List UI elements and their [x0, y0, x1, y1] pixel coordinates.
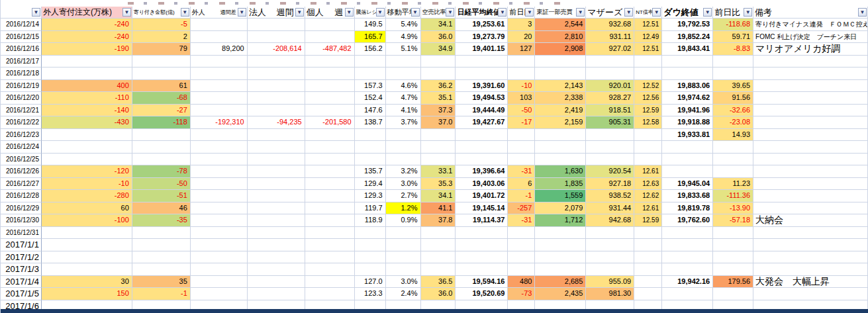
cell-zenjitsuhi-dow[interactable]: -32.66: [713, 105, 753, 117]
cell-tosho-ichibu-uri[interactable]: [535, 141, 586, 154]
cell-zenjitsuhi[interactable]: -73: [508, 288, 535, 300]
cell-tosho-ichibu-uri[interactable]: 1,835: [535, 178, 586, 191]
header-cell-toraku-ratio[interactable]: 騰落レシオ▼: [355, 7, 386, 19]
cell-zenjitsuhi[interactable]: [508, 129, 535, 142]
cell-mothers[interactable]: [586, 56, 634, 68]
cell-toraku-ratio[interactable]: [355, 251, 386, 264]
cell-gaijin-yoritsuki-chumon[interactable]: -430: [42, 116, 132, 129]
cell-nikkei-owarine[interactable]: 19,401.72: [456, 190, 508, 202]
cell-nt-bairitsu[interactable]: [634, 263, 662, 276]
cell-gaijin-shukansa[interactable]: [191, 251, 248, 264]
date-cell[interactable]: 2016/12/31: [1, 227, 42, 240]
cell-hojin-shukan[interactable]: [248, 31, 305, 44]
cell-gaijin-yoritsuki-chumon[interactable]: 400: [42, 80, 132, 93]
cell-gaijin-shukansa[interactable]: [191, 80, 248, 93]
cell-nikkei-owarine[interactable]: 19,427.67: [456, 116, 508, 129]
cell-hojin-shukan[interactable]: [248, 276, 305, 289]
header-cell-gaijin-shukansa[interactable]: 外人週間差▼: [191, 7, 248, 19]
header-cell-gaijin-yoritsuki-chumon[interactable]: 外人寄付注文(万株)▼: [42, 7, 132, 19]
cell-kojin-shu[interactable]: [305, 154, 355, 166]
cell-nikkei-owarine[interactable]: 19,273.79: [456, 31, 508, 44]
cell-toraku-ratio[interactable]: 147.6: [355, 105, 386, 117]
cell-zenjitsuhi[interactable]: -31: [508, 165, 535, 178]
cell-hojin-shukan[interactable]: [248, 56, 305, 68]
cell-gaijin-shukansa[interactable]: [191, 92, 248, 105]
cell-nikkei-owarine[interactable]: [456, 251, 508, 264]
cell-hojin-shukan[interactable]: [248, 154, 305, 166]
cell-nikkei-owarine[interactable]: 19,403.06: [456, 178, 508, 191]
cell-nikkei-owarine[interactable]: [456, 141, 508, 154]
cell-gaijin-shukansa[interactable]: [191, 239, 248, 251]
cell-tosho-ichibu-uri[interactable]: 2,435: [535, 288, 586, 300]
cell-gaijin-yoritsuki-chumon[interactable]: -190: [42, 43, 132, 56]
cell-ido-heikin[interactable]: 4.1%: [386, 105, 421, 117]
date-cell[interactable]: 2016/12/25: [1, 154, 42, 166]
header-cell-karauri-hiritsu[interactable]: 空売比率▼: [421, 7, 456, 19]
cell-dow-owarine[interactable]: [662, 154, 713, 166]
cell-toraku-ratio[interactable]: 123.3: [355, 288, 386, 300]
cell-dow-owarine[interactable]: [662, 288, 713, 300]
cell-gaijin-yoritsuki-chumon[interactable]: 60: [42, 202, 132, 215]
cell-nikkei-owarine[interactable]: [456, 154, 508, 166]
header-cell-mothers[interactable]: マザーズ▼: [586, 7, 634, 19]
cell-biko[interactable]: [753, 190, 868, 202]
date-cell[interactable]: 2016/12/23: [1, 129, 42, 142]
filter-arrow-icon[interactable]: ▼: [624, 8, 633, 17]
filter-arrow-icon[interactable]: ▼: [525, 8, 534, 17]
cell-nt-bairitsu[interactable]: [634, 276, 662, 289]
cell-karauri-hiritsu[interactable]: 35.3: [421, 178, 456, 191]
cell-yoritsuki-kingaku[interactable]: -118: [132, 116, 191, 129]
cell-karauri-hiritsu[interactable]: [421, 129, 456, 142]
cell-zenjitsuhi-dow[interactable]: 39.65: [713, 80, 753, 93]
date-cell[interactable]: 2016/12/24: [1, 141, 42, 154]
filter-arrow-icon[interactable]: ▼: [32, 8, 40, 17]
cell-karauri-hiritsu[interactable]: 37.8: [421, 214, 456, 227]
cell-zenjitsuhi[interactable]: 103: [508, 92, 535, 105]
cell-yoritsuki-kingaku[interactable]: [132, 56, 191, 68]
cell-nikkei-owarine[interactable]: 19,253.61: [456, 19, 508, 31]
cell-zenjitsuhi-dow[interactable]: -57.18: [713, 214, 753, 227]
cell-gaijin-shukansa[interactable]: [191, 227, 248, 240]
cell-gaijin-yoritsuki-chumon[interactable]: [42, 263, 132, 276]
cell-hojin-shukan[interactable]: [248, 67, 305, 80]
cell-nt-bairitsu[interactable]: [634, 141, 662, 154]
filter-arrow-icon[interactable]: ▼: [376, 8, 385, 17]
cell-kojin-shu[interactable]: [305, 80, 355, 93]
cell-hojin-shukan[interactable]: [248, 80, 305, 93]
cell-zenjitsuhi-dow[interactable]: [713, 56, 753, 68]
cell-mothers[interactable]: 920.01: [586, 80, 634, 93]
cell-nikkei-owarine[interactable]: [456, 239, 508, 251]
cell-mothers[interactable]: 920.54: [586, 165, 634, 178]
cell-nt-bairitsu[interactable]: 12.56: [634, 92, 662, 105]
cell-kojin-shu[interactable]: -487,482: [305, 43, 355, 56]
cell-nt-bairitsu[interactable]: [634, 239, 662, 251]
cell-zenjitsuhi[interactable]: [508, 251, 535, 264]
date-cell[interactable]: 2017/1/4: [1, 276, 42, 289]
cell-biko[interactable]: [753, 251, 868, 264]
cell-mothers[interactable]: [586, 154, 634, 166]
cell-zenjitsuhi-dow[interactable]: -111.36: [713, 190, 753, 202]
cell-zenjitsuhi-dow[interactable]: [713, 227, 753, 240]
cell-gaijin-yoritsuki-chumon[interactable]: [42, 251, 132, 264]
cell-tosho-ichibu-uri[interactable]: 2,143: [535, 80, 586, 93]
cell-kojin-shu[interactable]: [305, 19, 355, 31]
cell-biko[interactable]: [753, 165, 868, 178]
cell-gaijin-yoritsuki-chumon[interactable]: -240: [42, 31, 132, 44]
cell-yoritsuki-kingaku[interactable]: -50: [132, 178, 191, 191]
date-cell[interactable]: 2017/1/5: [1, 288, 42, 300]
cell-gaijin-shukansa[interactable]: [191, 154, 248, 166]
cell-dow-owarine[interactable]: 19,792.53: [662, 19, 713, 31]
cell-ido-heikin[interactable]: [386, 263, 421, 276]
date-cell[interactable]: 2016/12/29: [1, 202, 42, 215]
cell-mothers[interactable]: [586, 227, 634, 240]
cell-hojin-shukan[interactable]: [248, 239, 305, 251]
cell-tosho-ichibu-uri[interactable]: 2,685: [535, 276, 586, 289]
header-cell-biko[interactable]: 備考▼: [753, 7, 868, 19]
cell-zenjitsuhi-dow[interactable]: [713, 67, 753, 80]
cell-toraku-ratio[interactable]: [355, 154, 386, 166]
cell-hojin-shukan[interactable]: [248, 92, 305, 105]
cell-nt-bairitsu[interactable]: 12.51: [634, 19, 662, 31]
cell-mothers[interactable]: 927.02: [586, 43, 634, 56]
cell-kojin-shu[interactable]: [305, 92, 355, 105]
cell-toraku-ratio[interactable]: [355, 227, 386, 240]
